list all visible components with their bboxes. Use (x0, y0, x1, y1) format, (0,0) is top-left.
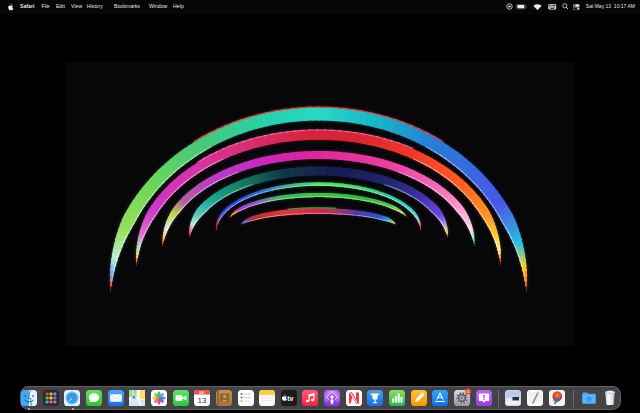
svg-text:MAY: MAY (199, 390, 205, 394)
svg-text:tv: tv (287, 395, 293, 402)
svg-text:13: 13 (198, 396, 207, 405)
